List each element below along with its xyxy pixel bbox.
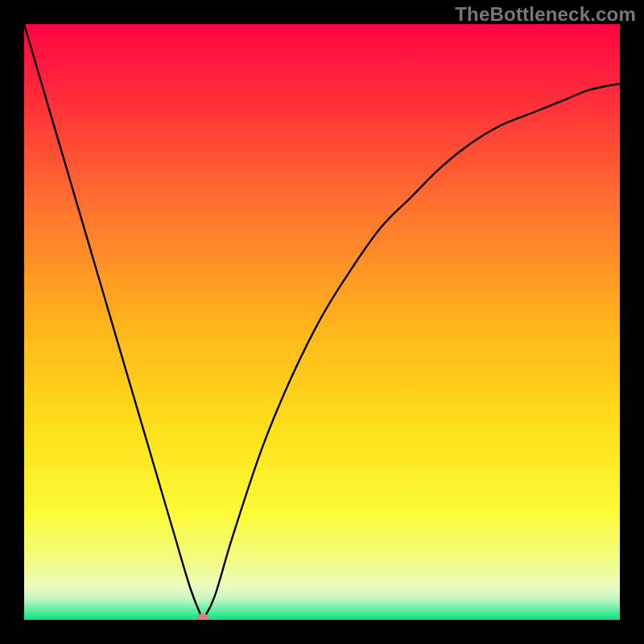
chart-svg [24,24,620,620]
watermark-text: TheBottleneck.com [455,3,636,26]
chart-frame: TheBottleneck.com [0,0,644,644]
plot-area [24,24,620,620]
